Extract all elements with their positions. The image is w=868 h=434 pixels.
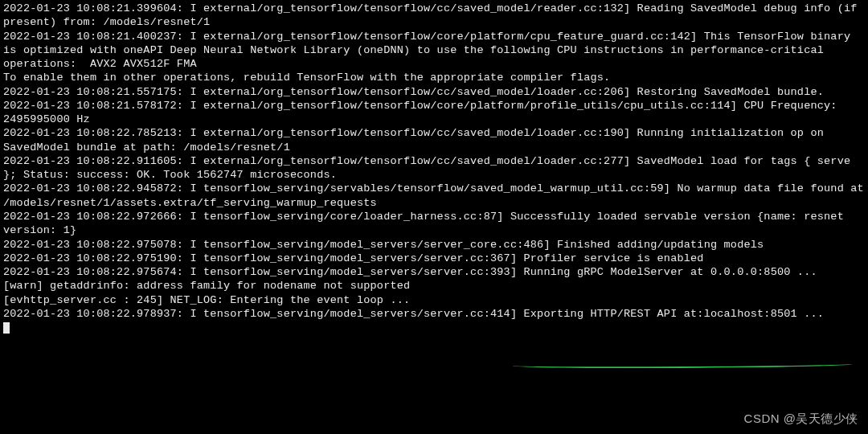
log-line: 2022-01-23 10:08:22.978937: I tensorflow… (3, 307, 865, 321)
log-line: 2022-01-23 10:08:22.972666: I tensorflow… (3, 210, 865, 238)
log-line: 2022-01-23 10:08:22.785213: I external/o… (3, 126, 865, 154)
terminal-output[interactable]: 2022-01-23 10:08:21.399604: I external/o… (3, 2, 865, 334)
highlight-underline (513, 361, 852, 369)
terminal-cursor (3, 322, 10, 334)
log-line: 2022-01-23 10:08:21.399604: I external/o… (3, 2, 865, 30)
log-line: [warn] getaddrinfo: address family for n… (3, 279, 865, 293)
log-line: [evhttp_server.cc : 245] NET_LOG: Enteri… (3, 293, 865, 307)
log-line: 2022-01-23 10:08:21.400237: I external/o… (3, 30, 865, 72)
log-line: 2022-01-23 10:08:22.975674: I tensorflow… (3, 265, 865, 279)
log-line: To enable them in other operations, rebu… (3, 71, 865, 84)
log-line: 2022-01-23 10:08:21.557175: I external/o… (3, 85, 865, 99)
log-line: 2022-01-23 10:08:22.975190: I tensorflow… (3, 252, 865, 265)
csdn-watermark: CSDN @吴天德少侠 (744, 411, 858, 426)
log-line: 2022-01-23 10:08:22.975078: I tensorflow… (3, 238, 865, 252)
log-line: 2022-01-23 10:08:22.945872: I tensorflow… (3, 182, 865, 210)
log-line: 2022-01-23 10:08:22.911605: I external/o… (3, 154, 865, 182)
log-line: 2022-01-23 10:08:21.578172: I external/o… (3, 99, 865, 127)
